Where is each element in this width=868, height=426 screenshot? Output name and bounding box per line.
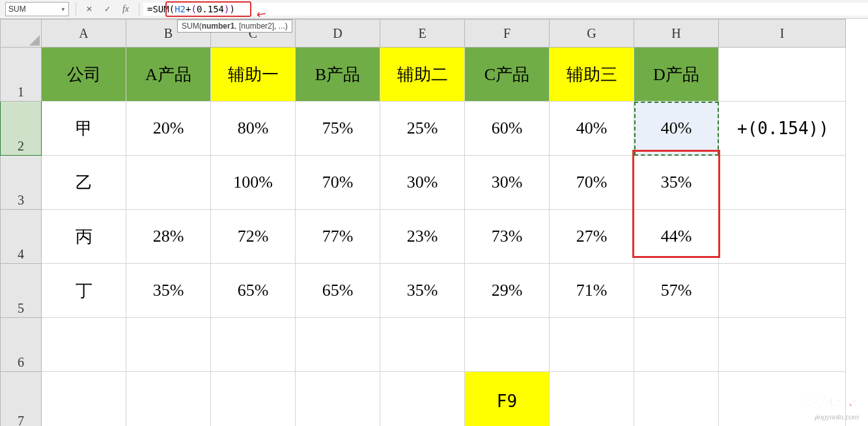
formula-input[interactable]: =SUM(H2+(0.154)) <box>143 3 868 16</box>
row-header-4[interactable]: 4 <box>1 210 42 264</box>
cell-E3[interactable]: 30% <box>380 156 465 210</box>
separator <box>139 3 139 16</box>
cell-G4[interactable]: 27% <box>550 210 634 264</box>
confirm-formula-button[interactable]: ✓ <box>101 5 114 14</box>
row-header-5[interactable]: 5 <box>1 264 42 318</box>
cell-B4[interactable]: 28% <box>126 210 211 264</box>
col-header-I[interactable]: I <box>719 20 846 48</box>
cell-B7[interactable] <box>126 372 211 427</box>
cell-G6[interactable] <box>550 318 634 372</box>
cell-F3[interactable]: 30% <box>465 156 550 210</box>
cell-H1[interactable]: D产品 <box>634 48 719 102</box>
col-header-F[interactable]: F <box>465 20 550 48</box>
cell-C3[interactable]: 100% <box>211 156 296 210</box>
cell-H6[interactable] <box>634 318 719 372</box>
select-all-corner[interactable] <box>1 20 42 48</box>
row-header-6[interactable]: 6 <box>1 318 42 372</box>
cell-F2[interactable]: 60% <box>465 102 550 156</box>
cell-F7[interactable]: F9 <box>465 372 550 427</box>
cell-E4[interactable]: 23% <box>380 210 465 264</box>
col-header-D[interactable]: D <box>296 20 380 48</box>
cell-I2[interactable]: +(0.154)) <box>719 102 846 156</box>
name-box-dropdown-icon[interactable]: ▼ <box>61 7 66 12</box>
col-header-G[interactable]: G <box>550 20 634 48</box>
separator <box>76 3 76 16</box>
cell-D4[interactable]: 77% <box>296 210 380 264</box>
cell-G1[interactable]: 辅助三 <box>550 48 634 102</box>
cell-H4[interactable]: 44% <box>634 210 719 264</box>
name-box-value: SUM <box>8 5 26 14</box>
cell-A3[interactable]: 乙 <box>42 156 126 210</box>
cell-D2[interactable]: 75% <box>296 102 380 156</box>
cell-A6[interactable] <box>42 318 126 372</box>
cell-D3[interactable]: 70% <box>296 156 380 210</box>
cell-E6[interactable] <box>380 318 465 372</box>
cell-I4[interactable] <box>719 210 846 264</box>
col-header-H[interactable]: H <box>634 20 719 48</box>
watermark: 经验啦 ✓ jingyanla.com <box>800 393 859 421</box>
col-header-A[interactable]: A <box>42 20 126 48</box>
cell-I5[interactable] <box>719 264 846 318</box>
cell-F4[interactable]: 73% <box>465 210 550 264</box>
cell-D5[interactable]: 65% <box>296 264 380 318</box>
cell-I6[interactable] <box>719 318 846 372</box>
cell-A4[interactable]: 丙 <box>42 210 126 264</box>
cell-C7[interactable] <box>211 372 296 427</box>
cell-G5[interactable]: 71% <box>550 264 634 318</box>
cell-B6[interactable] <box>126 318 211 372</box>
cell-B2[interactable]: 20% <box>126 102 211 156</box>
cell-D6[interactable] <box>296 318 380 372</box>
cell-F6[interactable] <box>465 318 550 372</box>
cell-G2[interactable]: 40% <box>550 102 634 156</box>
cell-A2[interactable]: 甲 <box>42 102 126 156</box>
cell-A1[interactable]: 公司 <box>42 48 126 102</box>
spreadsheet-grid[interactable]: A B C D E F G H I 1 公司 A产品 辅助一 B产品 辅助二 C… <box>0 19 846 426</box>
row-header-3[interactable]: 3 <box>1 156 42 210</box>
row-header-7[interactable]: 7 <box>1 372 42 427</box>
cell-B1[interactable]: A产品 <box>126 48 211 102</box>
cell-A7[interactable] <box>42 372 126 427</box>
cell-E7[interactable] <box>380 372 465 427</box>
formula-text: =SUM(H2+(0.154)) <box>147 4 235 14</box>
cell-F5[interactable]: 29% <box>465 264 550 318</box>
cell-H3[interactable]: 35% <box>634 156 719 210</box>
cell-G7[interactable] <box>550 372 634 427</box>
cell-C4[interactable]: 72% <box>211 210 296 264</box>
fx-button[interactable]: fx <box>119 4 132 14</box>
cell-D1[interactable]: B产品 <box>296 48 380 102</box>
cell-G3[interactable]: 70% <box>550 156 634 210</box>
col-header-E[interactable]: E <box>380 20 465 48</box>
cell-D7[interactable] <box>296 372 380 427</box>
cell-C2[interactable]: 80% <box>211 102 296 156</box>
name-box[interactable]: SUM ▼ <box>5 2 69 16</box>
cell-C1[interactable]: 辅助一 <box>211 48 296 102</box>
cell-B5[interactable]: 35% <box>126 264 211 318</box>
cell-H7[interactable] <box>634 372 719 427</box>
cell-I3[interactable] <box>719 156 846 210</box>
cell-E2[interactable]: 25% <box>380 102 465 156</box>
cell-C6[interactable] <box>211 318 296 372</box>
function-tooltip: SUM(number1, [number2], ...) <box>177 20 292 33</box>
row-header-1[interactable]: 1 <box>1 48 42 102</box>
cell-A5[interactable]: 丁 <box>42 264 126 318</box>
cell-F1[interactable]: C产品 <box>465 48 550 102</box>
cell-H5[interactable]: 57% <box>634 264 719 318</box>
cell-E5[interactable]: 35% <box>380 264 465 318</box>
cell-I1[interactable] <box>719 48 846 102</box>
cell-B3[interactable] <box>126 156 211 210</box>
cell-E1[interactable]: 辅助二 <box>380 48 465 102</box>
cancel-formula-button[interactable]: ✕ <box>83 5 96 14</box>
row-header-2[interactable]: 2 <box>1 102 42 156</box>
cell-H2[interactable]: 40% <box>634 102 719 156</box>
cell-C5[interactable]: 65% <box>211 264 296 318</box>
